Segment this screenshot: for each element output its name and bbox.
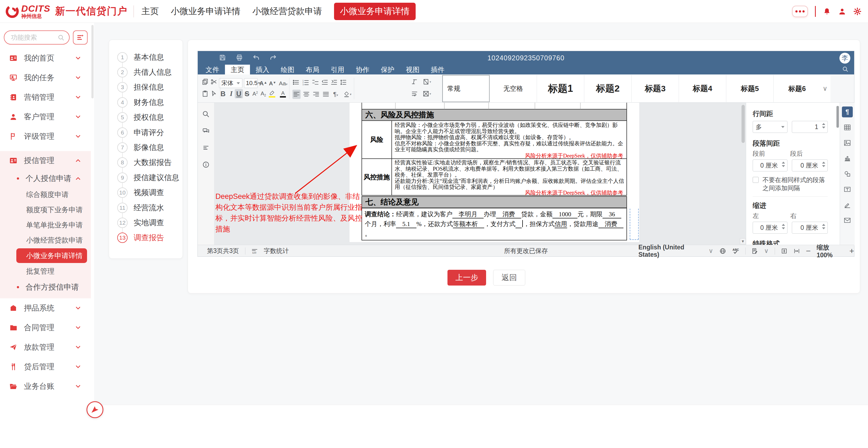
- shade-style-icon[interactable]: ▾: [421, 77, 433, 87]
- step-7[interactable]: 7影像信息: [117, 140, 181, 155]
- editor-search-icon[interactable]: [842, 66, 849, 73]
- sidebar-scrollbar[interactable]: [91, 25, 94, 98]
- editor-tab-协作[interactable]: 协作: [350, 65, 375, 74]
- italic-icon[interactable]: I: [227, 89, 235, 98]
- step-4[interactable]: 4财务信息: [117, 95, 181, 110]
- underline-icon[interactable]: U: [235, 89, 243, 98]
- step-12[interactable]: 12实地调查: [117, 215, 181, 230]
- outline-icon[interactable]: [202, 144, 210, 151]
- scroll-down-icon[interactable]: ▼: [740, 238, 746, 244]
- editor-tab-布局[interactable]: 布局: [300, 65, 325, 74]
- font-name-select[interactable]: 宋体: [219, 78, 242, 88]
- sidebar-subitem-合作方授信申请[interactable]: 合作方授信申请: [0, 279, 91, 296]
- line-spacing-icon[interactable]: [339, 78, 347, 87]
- line-spacing-select[interactable]: 多: [753, 121, 787, 133]
- info-icon[interactable]: [202, 161, 210, 168]
- editor-tab-引用[interactable]: 引用: [325, 65, 350, 74]
- sidebar-item-贷后管理[interactable]: 贷后管理: [0, 357, 91, 377]
- sidebar-subitem-个人授信申请[interactable]: 个人授信申请: [0, 170, 91, 187]
- sidebar-item-业务台账[interactable]: 业务台账: [0, 377, 91, 396]
- envelope-icon[interactable]: [842, 215, 853, 226]
- style-常规[interactable]: 常规: [442, 75, 490, 102]
- step-13[interactable]: 13调查报告: [117, 230, 181, 245]
- header-tab-3[interactable]: 小微经营贷款申请: [252, 5, 322, 18]
- sidebar-item-客户管理[interactable]: 客户管理: [0, 107, 91, 127]
- search-icon[interactable]: [202, 110, 210, 118]
- document-scrollbar[interactable]: [742, 105, 745, 143]
- step-3[interactable]: 3担保信息: [117, 80, 181, 95]
- editor-tab-文件[interactable]: 文件: [200, 65, 225, 74]
- table-icon[interactable]: [842, 122, 853, 133]
- highlight-color-icon[interactable]: [268, 89, 277, 99]
- align-center-icon[interactable]: [302, 90, 310, 99]
- superscript-icon[interactable]: A2: [251, 89, 259, 98]
- justify-icon[interactable]: [322, 90, 330, 99]
- shapes-icon[interactable]: [842, 168, 853, 179]
- avatar[interactable]: 李: [839, 53, 850, 64]
- bell-icon[interactable]: [823, 7, 831, 15]
- globe-icon[interactable]: [719, 247, 726, 254]
- sidebar-item-我的首页[interactable]: 我的首页: [0, 48, 91, 68]
- step-10[interactable]: 10视频调查: [117, 185, 181, 200]
- style-标题4[interactable]: 标题4: [679, 75, 726, 102]
- zoom-in-icon[interactable]: +: [849, 246, 854, 256]
- sidebar-item-营销管理[interactable]: 营销管理: [0, 88, 91, 107]
- header-tab-2[interactable]: 小微业务申请详情: [171, 5, 241, 18]
- edit-mode-icon[interactable]: [751, 248, 758, 254]
- document-canvas[interactable]: 六、风险及风控措施 风险 经营风险：小微企业市场竞争力弱，易受行业波动（如政策变…: [214, 103, 746, 245]
- editor-tab-插入[interactable]: 插入: [250, 65, 275, 74]
- conclusion-paragraph[interactable]: 调查结论：经调查，建议为客户 李明月 办理 消费 贷款，金额 1000 元，期限…: [362, 208, 627, 240]
- align-right-icon[interactable]: [312, 90, 320, 99]
- header-tab-4[interactable]: 小微业务申请详情: [334, 3, 416, 20]
- style-gallery-expand-icon[interactable]: ∨: [819, 75, 831, 102]
- style-标题6[interactable]: 标题6: [774, 75, 821, 102]
- copy-icon[interactable]: [201, 77, 209, 87]
- editor-tab-视图[interactable]: 视图: [400, 65, 425, 74]
- sidebar-item-评级管理[interactable]: 评级管理: [0, 127, 91, 146]
- bold-icon[interactable]: B: [219, 89, 227, 98]
- previous-step-button[interactable]: 上一步: [447, 270, 486, 285]
- sidebar-leaf-批复管理[interactable]: 批复管理: [0, 264, 91, 279]
- space-before-stepper[interactable]: 0 厘米: [753, 160, 787, 171]
- step-1[interactable]: 1基本信息: [117, 50, 181, 65]
- sidebar-item-押品系统[interactable]: 押品系统: [0, 298, 91, 318]
- spellcheck-icon[interactable]: ABC: [732, 247, 739, 254]
- sidebar-leaf-额度项下业务申请[interactable]: 额度项下业务申请: [0, 202, 91, 217]
- panel-scrollbar[interactable]: [836, 106, 839, 128]
- shrink-font-icon[interactable]: A▼: [268, 79, 277, 88]
- step-9[interactable]: 9授信建议信息: [117, 170, 181, 185]
- step-8[interactable]: 8大数据报告: [117, 155, 181, 170]
- chart-icon[interactable]: [842, 153, 853, 164]
- zoom-level[interactable]: 缩放100%: [816, 243, 843, 259]
- sidebar-leaf-小微经营贷款申请[interactable]: 小微经营贷款申请: [0, 233, 91, 248]
- language-selector[interactable]: English (United States): [639, 244, 703, 259]
- step-11[interactable]: 11经营流水: [117, 200, 181, 215]
- back-button[interactable]: 返回: [493, 270, 525, 285]
- editor-tab-绘图[interactable]: 绘图: [275, 65, 300, 74]
- sidebar-leaf-综合额度申请[interactable]: 综合额度申请: [0, 187, 91, 202]
- style-标题2[interactable]: 标题2: [584, 75, 631, 102]
- subscript-icon[interactable]: A2: [259, 89, 268, 98]
- user-icon[interactable]: [838, 7, 846, 15]
- indent-left-stepper[interactable]: 0 厘米: [753, 222, 787, 234]
- font-color-icon[interactable]: A: [278, 89, 287, 99]
- step-6[interactable]: 6申请评分: [117, 125, 181, 140]
- grow-font-icon[interactable]: A▲: [259, 79, 268, 88]
- space-after-stepper[interactable]: 0 厘米: [792, 160, 828, 171]
- line-spacing-stepper[interactable]: 1: [792, 121, 828, 133]
- comments-icon[interactable]: [202, 127, 210, 135]
- signature-icon[interactable]: [842, 199, 853, 210]
- textbox-icon[interactable]: [842, 184, 853, 195]
- style-标题1[interactable]: 标题1: [537, 75, 584, 102]
- decrease-indent-icon[interactable]: [321, 78, 329, 87]
- frame-icon[interactable]: ▾: [421, 89, 433, 98]
- paragraph-panel-icon[interactable]: ¶: [842, 106, 853, 117]
- fit-width-icon[interactable]: [794, 248, 800, 254]
- zoom-out-icon[interactable]: −: [806, 246, 811, 256]
- fit-page-icon[interactable]: [781, 248, 787, 254]
- align-left-icon[interactable]: [292, 90, 301, 99]
- numbered-list-icon[interactable]: 123: [302, 78, 310, 87]
- change-case-icon[interactable]: Aa▾: [277, 79, 289, 88]
- collapse-float-button[interactable]: [87, 401, 103, 418]
- style-标题3[interactable]: 标题3: [631, 75, 679, 102]
